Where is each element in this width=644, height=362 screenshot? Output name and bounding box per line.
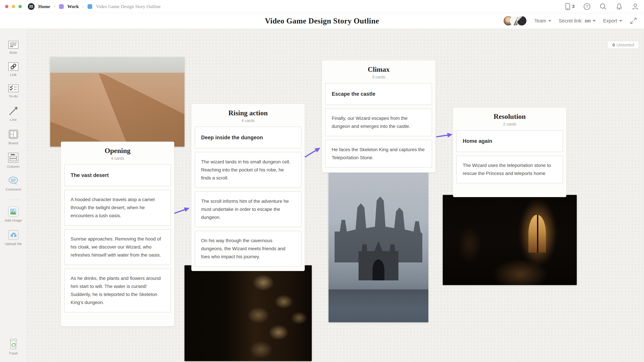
dark-room-photo[interactable] <box>443 195 577 285</box>
tool-link[interactable]: Link <box>8 62 19 77</box>
water-reflection <box>328 290 428 322</box>
tool-trash[interactable]: Trash <box>8 339 19 355</box>
tool-label: Board <box>8 141 18 145</box>
note-card[interactable]: The vast desert <box>64 164 171 186</box>
note-card[interactable]: Escape the castle <box>325 83 432 105</box>
comment-icon <box>8 176 19 186</box>
note-card[interactable]: Home again <box>456 130 563 152</box>
top-right-icons: 3 ? <box>565 3 639 10</box>
notifications-button[interactable] <box>616 3 623 10</box>
note-card[interactable]: As he drinks, the plants and flowers aro… <box>64 269 171 312</box>
export-dropdown[interactable]: Export <box>603 18 622 24</box>
secret-link-dropdown[interactable]: Secret link: on <box>559 18 596 24</box>
column-opening: Opening 4 cards The vast desert A hooded… <box>61 142 174 326</box>
tool-column[interactable]: Column <box>7 152 20 169</box>
export-label: Export <box>603 18 617 24</box>
note-card[interactable]: The Wizard uses the teleportation stone … <box>456 156 563 183</box>
note-card[interactable]: The wizard lands in his small dungeon ce… <box>195 152 301 188</box>
note-card[interactable]: On his way through the cavernous dungeon… <box>195 231 301 267</box>
collaborator-avatars[interactable] <box>503 15 527 26</box>
fullscreen-button[interactable] <box>630 17 637 25</box>
tool-todo[interactable]: To-do <box>8 84 19 98</box>
app-window: Home › Work › Video Game Design Story Ou… <box>0 0 644 362</box>
column-title: Rising action <box>195 109 301 117</box>
note-card[interactable]: Deep inside the dungeon <box>195 127 301 148</box>
upload-file-icon <box>8 230 19 240</box>
phone-badge-count: 3 <box>572 4 574 9</box>
expand-icon <box>630 17 637 25</box>
column-icon <box>8 152 18 163</box>
column-title: Resolution <box>456 112 563 120</box>
breadcrumb-work[interactable]: Work <box>68 4 79 9</box>
unsorted-badge[interactable]: 0 Unsorted <box>608 41 639 48</box>
close-window-button[interactable] <box>5 5 8 8</box>
column-header[interactable]: Opening 4 cards <box>64 147 171 161</box>
tool-add-image[interactable]: Add image <box>5 206 22 222</box>
team-label: Team <box>534 18 546 24</box>
search-icon <box>600 3 607 10</box>
todo-icon <box>8 84 19 92</box>
column-header[interactable]: Resolution 2 cards <box>456 112 563 126</box>
misty-castle-photo[interactable] <box>328 173 428 322</box>
tool-label: Upload file <box>5 242 22 246</box>
breadcrumb-separator: › <box>54 4 55 9</box>
help-button[interactable]: ? <box>583 3 591 10</box>
column-card-count: 4 cards <box>64 156 171 161</box>
work-board-chip[interactable] <box>59 4 64 9</box>
tool-comment[interactable]: Comment <box>6 176 21 191</box>
milanote-logo[interactable] <box>28 3 34 10</box>
chevron-down-icon <box>593 20 596 22</box>
minimize-window-button[interactable] <box>12 5 15 8</box>
secret-link-label: Secret link: <box>559 18 582 24</box>
help-icon: ? <box>583 3 591 10</box>
column-card-count: 4 cards <box>195 118 301 123</box>
account-button[interactable] <box>632 3 639 10</box>
note-icon <box>8 40 19 49</box>
column-title: Climax <box>325 65 432 73</box>
top-bar: Home › Work › Video Game Design Story Ou… <box>0 0 644 13</box>
sidebar-divider <box>6 199 21 200</box>
current-board-chip <box>88 4 92 9</box>
secret-link-state: on <box>585 18 591 24</box>
avatar <box>516 15 527 26</box>
tool-label: To-do <box>9 94 18 98</box>
chevron-down-icon <box>548 20 551 22</box>
breadcrumb: Home › Work › Video Game Design Story Ou… <box>28 3 161 10</box>
tool-board[interactable]: Board <box>8 129 19 145</box>
add-image-icon <box>8 206 18 217</box>
envelope-icon <box>29 4 33 8</box>
window-mullion <box>537 215 538 253</box>
column-header[interactable]: Climax 3 cards <box>325 65 432 79</box>
search-button[interactable] <box>600 3 607 10</box>
column-rising-action: Rising action 4 cards Deep inside the du… <box>191 104 305 271</box>
breadcrumb-home[interactable]: Home <box>38 4 50 9</box>
zoom-window-button[interactable] <box>18 5 22 8</box>
line-icon <box>8 106 19 116</box>
column-header[interactable]: Rising action 4 cards <box>195 109 301 123</box>
note-card[interactable]: The scroll informs him of the adventure … <box>195 191 301 227</box>
arched-window-glow <box>528 215 546 253</box>
tool-label: Link <box>10 73 17 77</box>
column-title: Opening <box>64 147 171 155</box>
board-title-bar: Video Game Design Story Outline Team Sec… <box>0 13 644 29</box>
team-dropdown[interactable]: Team <box>534 18 551 24</box>
mobile-app-button[interactable]: 3 <box>565 3 574 10</box>
tool-label: Note <box>10 51 17 55</box>
column-card-count: 2 cards <box>456 122 563 126</box>
tool-note[interactable]: Note <box>8 40 19 55</box>
tool-label: Trash <box>9 351 18 355</box>
note-card[interactable]: He faces the Skeleton King and captures … <box>325 140 432 168</box>
tool-line[interactable]: Line <box>8 106 19 122</box>
desert-dunes-photo[interactable] <box>50 57 184 147</box>
note-card[interactable]: Finally, our Wizard escapes from the dun… <box>325 108 432 136</box>
note-card[interactable]: A hooded character travels atop a camel … <box>64 190 171 226</box>
note-card[interactable]: Sunrise approaches. Removing the hood of… <box>64 229 171 265</box>
unsorted-label: Unsorted <box>616 42 634 48</box>
catacomb-skulls-photo[interactable] <box>184 265 312 361</box>
unsorted-count: 0 <box>612 42 615 48</box>
breadcrumb-current: Video Game Design Story Outline <box>96 4 161 9</box>
phone-icon <box>565 3 571 10</box>
tool-upload-file[interactable]: Upload file <box>5 230 22 246</box>
tool-sidebar: Note Link To-do <box>0 28 27 362</box>
trash-icon <box>8 339 19 350</box>
